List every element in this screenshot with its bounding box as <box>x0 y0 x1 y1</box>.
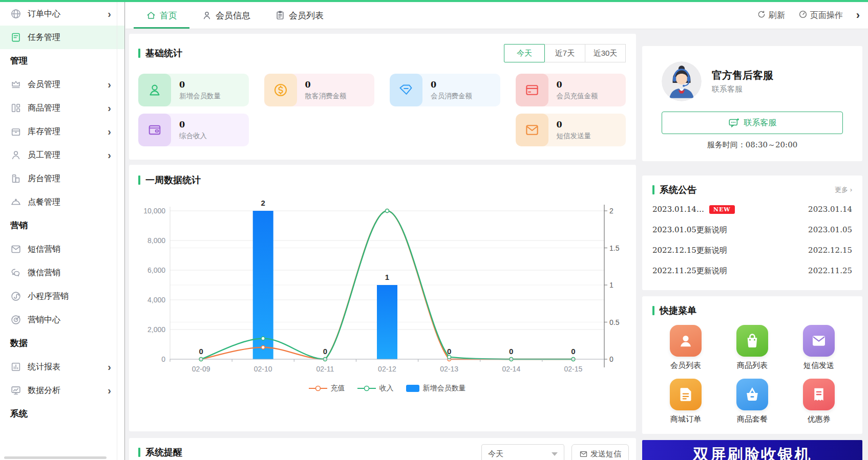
contact-service-label: 联系客服 <box>744 118 777 128</box>
chevron-right-icon[interactable]: › <box>856 10 860 21</box>
quick-menu-label: 商品列表 <box>737 361 768 370</box>
stat-label: 会员充值金额 <box>557 92 598 101</box>
stat-value: 0 <box>179 80 221 90</box>
quick-menu-member-list[interactable]: 会员列表 <box>670 325 702 370</box>
notice-item-date: 2022.11.25 <box>808 266 852 275</box>
target-icon <box>10 314 22 325</box>
sidebar-item-sms-marketing[interactable]: 短信营销 <box>0 237 124 261</box>
week-chart: 020100002,0004,0006,0008,00010,00000.511… <box>138 190 636 379</box>
notice-item-title: 2022.11.25更新说明 <box>652 266 727 276</box>
reminder-range-select[interactable]: 今天 <box>481 444 564 460</box>
service-subtitle: 联系客服 <box>712 84 773 94</box>
notice-row[interactable]: 2023.01.14…NEW 2023.01.14 <box>652 199 852 220</box>
sidebar-item-label: 小程序营销 <box>28 291 111 302</box>
sidebar-item-task-management[interactable]: 任务管理 <box>0 26 124 49</box>
stat-label: 散客消费金额 <box>305 92 347 101</box>
miniprogram-icon <box>10 291 22 302</box>
send-sms-button[interactable]: 发送短信 <box>571 444 629 460</box>
notice-more-link[interactable]: 更多 › <box>835 185 852 194</box>
legend-label: 新增会员数量 <box>423 384 466 393</box>
cloche-icon <box>10 196 22 208</box>
quick-menu-sms-send[interactable]: 短信发送 <box>803 325 835 370</box>
quick-menu-label: 商城订单 <box>670 414 701 424</box>
quick-menu-goods-list[interactable]: 商品列表 <box>736 325 768 370</box>
notice-row[interactable]: 2022.12.15更新说明 2022.12.15 <box>652 240 852 260</box>
reminder-range-value: 今天 <box>488 449 503 459</box>
page-actions-button[interactable]: 页面操作 <box>798 10 843 21</box>
svg-text:8,000: 8,000 <box>147 236 165 245</box>
quick-menu-label: 商品套餐 <box>737 414 768 424</box>
sidebar: 订单中心 › 任务管理 管理 会员管理 › 商品管理 › 库存管理 › 员工管理… <box>0 2 125 460</box>
sidebar-item-room-management[interactable]: 房台管理 <box>0 167 124 190</box>
svg-text:2: 2 <box>609 207 613 215</box>
sidebar-item-data-analysis[interactable]: 数据分析 › <box>0 379 124 402</box>
sidebar-item-label: 库存管理 <box>28 126 108 137</box>
envelope-tile-icon <box>803 325 835 357</box>
chevron-right-icon: › <box>108 79 111 90</box>
quick-menu-title: 快捷菜单 <box>652 304 852 317</box>
chevron-right-icon: › <box>108 9 111 19</box>
sidebar-item-member-management[interactable]: 会员管理 › <box>0 73 124 96</box>
sidebar-item-label: 任务管理 <box>28 32 111 43</box>
sidebar-item-goods-management[interactable]: 商品管理 › <box>0 96 124 120</box>
quick-menu-mall-order[interactable]: 商城订单 <box>670 379 702 424</box>
legend-item[interactable]: 充值 <box>309 384 345 393</box>
date-range-group: 今天近7天近30天 <box>504 44 626 62</box>
notice-item-date: 2022.12.15 <box>808 246 852 255</box>
send-sms-label: 发送短信 <box>590 449 621 459</box>
bag-tile-icon <box>736 325 768 357</box>
stat-label: 短信发送量 <box>557 132 591 141</box>
quick-menu-card: 快捷菜单 会员列表 商品列表 短信发送 商城订单 商品套餐 <box>642 296 862 434</box>
range-button-last30[interactable]: 近30天 <box>585 44 626 62</box>
sidebar-item-staff-management[interactable]: 员工管理 › <box>0 143 124 167</box>
promo-banner[interactable]: 双屏刷脸收银机 <box>642 440 862 460</box>
crown-icon <box>10 79 22 90</box>
sidebar-item-wechat-marketing[interactable]: 微信营销 <box>0 261 124 284</box>
notice-row[interactable]: 2022.11.25更新说明 2022.11.25 <box>652 260 852 281</box>
sidebar-item-report[interactable]: 统计报表 › <box>0 355 124 379</box>
sidebar-item-label: 订单中心 <box>28 9 108 19</box>
week-chart-title: 一周数据统计 <box>138 174 636 186</box>
stat-card-new-members: 0 新增会员数量 <box>138 74 249 106</box>
sidebar-section-marketing: 营销 <box>0 214 124 237</box>
quick-menu-goods-package[interactable]: 商品套餐 <box>736 379 768 424</box>
sidebar-item-dining-management[interactable]: 点餐管理 <box>0 190 124 214</box>
sidebar-scrollbar[interactable] <box>4 456 107 459</box>
tab-home[interactable]: 首页 <box>134 2 189 29</box>
svg-text:0: 0 <box>161 355 165 363</box>
tab-label: 会员列表 <box>289 10 324 21</box>
notice-list: 2023.01.14…NEW 2023.01.14 2023.01.05更新说明… <box>652 199 852 281</box>
tab-member-list[interactable]: 会员列表 <box>263 2 336 29</box>
stat-card-guest-consume: 0 散客消费金额 <box>264 74 375 106</box>
tab-member-info[interactable]: 会员信息 <box>189 2 263 29</box>
sidebar-item-label: 营销中心 <box>28 315 111 325</box>
service-name: 官方售后客服 <box>712 69 773 82</box>
range-button-last7[interactable]: 近7天 <box>544 44 585 62</box>
svg-text:0: 0 <box>447 347 451 356</box>
sidebar-item-marketing-center[interactable]: 营销中心 <box>0 308 124 332</box>
sidebar-item-inventory-management[interactable]: 库存管理 › <box>0 120 124 143</box>
sidebar-item-order-center[interactable]: 订单中心 › <box>0 2 124 26</box>
contact-service-button[interactable]: 联系客服 <box>662 112 843 134</box>
sidebar-section-management: 管理 <box>0 49 124 73</box>
basic-stats-title: 基础统计 <box>138 47 182 59</box>
svg-text:1: 1 <box>385 273 389 281</box>
sidebar-nav: 订单中心 › 任务管理 管理 会员管理 › 商品管理 › 库存管理 › 员工管理… <box>0 2 124 426</box>
legend-item[interactable]: 新增会员数量 <box>406 384 466 393</box>
basket-tile-icon <box>736 379 768 410</box>
stat-card-sms-count: 0 短信发送量 <box>516 114 626 146</box>
chart-legend: 充值收入新增会员数量 <box>138 384 636 393</box>
stat-label: 会员消费金额 <box>431 92 472 101</box>
legend-label: 充值 <box>331 384 345 393</box>
notice-row[interactable]: 2023.01.05更新说明 2023.01.05 <box>652 220 852 240</box>
legend-line-marker <box>309 385 327 392</box>
refresh-button[interactable]: 刷新 <box>757 10 785 21</box>
chat-bubble-icon <box>728 117 739 128</box>
legend-item[interactable]: 收入 <box>357 384 394 393</box>
sidebar-item-miniprogram-marketing[interactable]: 小程序营销 <box>0 284 124 308</box>
quick-menu-coupon[interactable]: 优惠券 <box>803 379 835 424</box>
range-button-today[interactable]: 今天 <box>504 44 545 62</box>
caret-down-icon <box>552 452 558 456</box>
gauge-icon <box>798 10 808 21</box>
svg-text:02-15: 02-15 <box>564 365 583 373</box>
